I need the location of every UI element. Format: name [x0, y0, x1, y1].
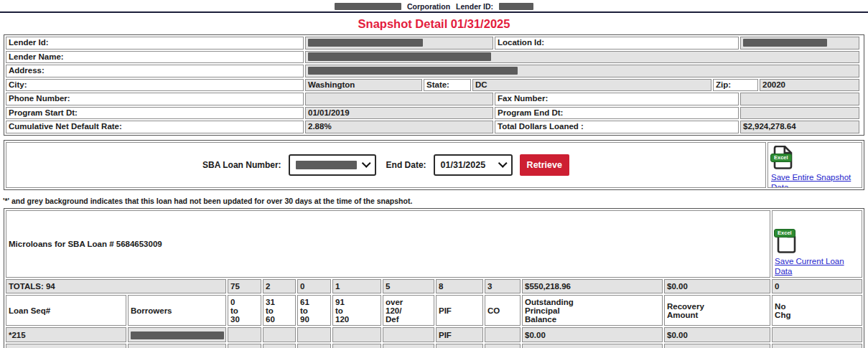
lender-name-value — [305, 51, 859, 64]
redacted-borrower-name — [131, 331, 224, 339]
redacted-address — [308, 67, 518, 75]
pif-status: PIF — [436, 344, 483, 348]
save-loan-cell: Excel Save Current Loan Data — [772, 210, 862, 278]
header-outstanding-balance: Outstanding Principal Balance — [522, 295, 663, 326]
total-loaned-value: $2,924,278.64 — [740, 121, 859, 133]
totals-pif: 8 — [436, 279, 483, 293]
bucket-91-120 — [332, 344, 381, 348]
totals-nochg: 0 — [772, 279, 862, 293]
excel-badge: Excel — [774, 229, 795, 238]
default-rate-label: Cumulative Net Default Rate: — [6, 121, 304, 133]
end-date-label: End Date: — [386, 160, 426, 170]
chevron-down-icon — [361, 159, 370, 168]
redacted-lender-id — [499, 3, 533, 10]
microloans-title: Microloans for SBA Loan # 5684653009 — [6, 210, 770, 278]
pif-status: PIF — [436, 327, 483, 342]
grey-background-note: '*' and grey background indicates that t… — [3, 197, 868, 205]
totals-label: TOTALS: 94 — [6, 279, 226, 293]
location-id-value — [740, 37, 859, 50]
outstanding-balance: $0.00 — [522, 327, 663, 342]
bucket-91-120 — [332, 327, 381, 342]
program-start-label: Program Start Dt: — [6, 107, 304, 120]
bucket-over-120 — [383, 327, 434, 342]
bucket-0-30 — [228, 344, 261, 348]
end-date-value: 01/31/2025 — [441, 160, 486, 170]
totals-recovery: $0.00 — [664, 279, 770, 293]
fax-value — [740, 93, 859, 105]
recovery-amount: $0.00 — [664, 327, 770, 342]
save-snapshot-cell: Excel Save Entire Snapshot Data — [767, 142, 862, 188]
bucket-61-90 — [297, 327, 331, 342]
city-value: Washington — [305, 79, 422, 92]
header-31-60: 31 to 60 — [263, 295, 296, 326]
bucket-0-30 — [228, 327, 261, 342]
phone-value — [305, 93, 493, 105]
redacted-lender-id-value — [308, 39, 423, 47]
excel-file-icon: Excel — [772, 146, 793, 171]
lender-id-label: Lender Id: — [6, 37, 304, 50]
loan-row: *216 PIF $0.00 $0.00 — [6, 344, 862, 348]
redacted-lender-name — [308, 52, 491, 61]
nochg — [772, 327, 862, 342]
default-rate-value: 2.88% — [305, 121, 493, 133]
microloans-title-row: Microloans for SBA Loan # 5684653009 Exc… — [6, 210, 862, 278]
end-date-select[interactable]: 01/31/2025 — [434, 154, 513, 176]
header-0-30: 0 to 30 — [228, 295, 261, 326]
nochg — [772, 344, 862, 348]
totals-co: 3 — [485, 279, 521, 293]
zip-label: Zip: — [713, 79, 758, 92]
borrower — [128, 344, 226, 348]
column-header-row: Loan Seq# Borrowers 0 to 30 31 to 60 61 … — [6, 295, 862, 326]
totals-0-30: 75 — [228, 279, 261, 293]
chevron-down-icon — [498, 159, 507, 168]
co-status — [485, 344, 521, 348]
loan-row: *215 PIF $0.00 $0.00 — [6, 327, 862, 342]
totals-outstanding-balance: $550,218.96 — [522, 279, 663, 293]
state-label: State: — [424, 79, 471, 92]
state-value: DC — [472, 79, 711, 92]
row-address: Address: — [6, 65, 862, 77]
zip-value: 20020 — [760, 79, 859, 92]
header-recovery: Recovery Amount — [664, 295, 770, 326]
bucket-61-90 — [297, 344, 331, 348]
program-end-value — [740, 107, 859, 120]
top-bar: Corporation Lender ID: — [0, 0, 868, 11]
fax-label: Fax Number: — [495, 93, 739, 105]
totals-91-120: 1 — [332, 279, 381, 293]
totals-over-120: 5 — [383, 279, 434, 293]
page-title: Snapshot Detail 01/31/2025 — [0, 13, 868, 34]
bucket-over-120 — [383, 344, 434, 348]
header-co: CO — [485, 295, 521, 326]
header-over-120: over 120/ Def — [383, 295, 434, 326]
outstanding-balance: $0.00 — [522, 344, 663, 348]
totals-31-60: 2 — [263, 279, 296, 293]
save-entire-snapshot-link[interactable]: Save Entire Snapshot Data — [771, 172, 859, 188]
lender-info-table: Lender Id: Location Id: Lender Name: Add… — [4, 34, 864, 136]
redacted-location-id-value — [743, 39, 827, 47]
row-lender-id: Lender Id: Location Id: — [6, 37, 862, 50]
recovery-amount: $0.00 — [664, 344, 770, 348]
program-end-label: Program End Dt: — [495, 107, 739, 120]
location-id-label: Location Id: — [495, 37, 739, 50]
corporation-label: Corporation — [407, 2, 450, 11]
lender-id-value — [305, 37, 493, 50]
program-start-value: 01/01/2019 — [305, 107, 493, 120]
retrieve-button[interactable]: Retrieve — [520, 154, 569, 176]
row-lender-name: Lender Name: — [6, 51, 862, 64]
lender-name-label: Lender Name: — [6, 51, 304, 64]
city-label: City: — [6, 79, 304, 92]
save-current-loan-link[interactable]: Save Current Loan Data — [775, 256, 859, 277]
header-91-120: 91 to 120 — [332, 295, 381, 326]
phone-label: Phone Number: — [6, 93, 304, 105]
header-nochg: No Chg — [772, 295, 862, 326]
row-phone-fax: Phone Number: Fax Number: — [6, 93, 862, 105]
co-status — [485, 327, 521, 342]
row-program-dates: Program Start Dt: 01/01/2019 Program End… — [6, 107, 862, 120]
sba-loan-number-label: SBA Loan Number: — [202, 160, 281, 170]
loan-seq: *216 — [6, 344, 126, 348]
sba-loan-number-select[interactable] — [289, 154, 376, 176]
address-label: Address: — [6, 65, 304, 77]
header-loan-seq: Loan Seq# — [6, 295, 126, 326]
loan-seq: *215 — [6, 327, 126, 342]
totals-row: TOTALS: 94 75 2 0 1 5 8 3 $550,218.96 $0… — [6, 279, 862, 293]
